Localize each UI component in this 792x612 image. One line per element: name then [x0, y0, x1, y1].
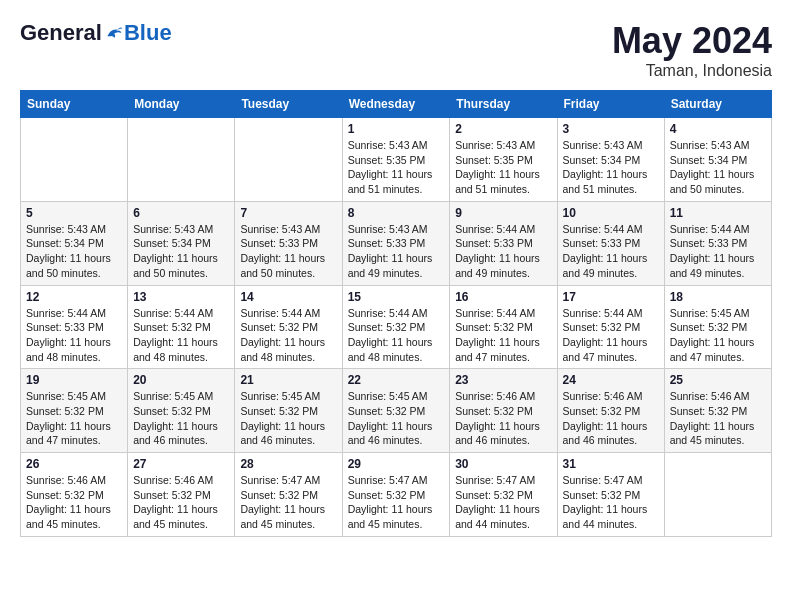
day-info: Sunrise: 5:44 AMSunset: 5:32 PMDaylight:…	[455, 306, 551, 365]
calendar-week-row: 26Sunrise: 5:46 AMSunset: 5:32 PMDayligh…	[21, 453, 772, 537]
day-info: Sunrise: 5:44 AMSunset: 5:32 PMDaylight:…	[133, 306, 229, 365]
day-number: 31	[563, 457, 659, 471]
calendar-cell: 27Sunrise: 5:46 AMSunset: 5:32 PMDayligh…	[128, 453, 235, 537]
day-number: 20	[133, 373, 229, 387]
calendar-cell: 26Sunrise: 5:46 AMSunset: 5:32 PMDayligh…	[21, 453, 128, 537]
calendar-cell: 18Sunrise: 5:45 AMSunset: 5:32 PMDayligh…	[664, 285, 771, 369]
calendar-cell: 6Sunrise: 5:43 AMSunset: 5:34 PMDaylight…	[128, 201, 235, 285]
weekday-header-row: SundayMondayTuesdayWednesdayThursdayFrid…	[21, 91, 772, 118]
weekday-header-wednesday: Wednesday	[342, 91, 450, 118]
day-number: 15	[348, 290, 445, 304]
calendar-cell: 2Sunrise: 5:43 AMSunset: 5:35 PMDaylight…	[450, 118, 557, 202]
day-number: 6	[133, 206, 229, 220]
calendar-cell: 24Sunrise: 5:46 AMSunset: 5:32 PMDayligh…	[557, 369, 664, 453]
day-number: 13	[133, 290, 229, 304]
calendar-cell: 12Sunrise: 5:44 AMSunset: 5:33 PMDayligh…	[21, 285, 128, 369]
day-number: 14	[240, 290, 336, 304]
calendar-cell: 5Sunrise: 5:43 AMSunset: 5:34 PMDaylight…	[21, 201, 128, 285]
day-number: 3	[563, 122, 659, 136]
day-info: Sunrise: 5:47 AMSunset: 5:32 PMDaylight:…	[455, 473, 551, 532]
day-number: 5	[26, 206, 122, 220]
day-info: Sunrise: 5:43 AMSunset: 5:33 PMDaylight:…	[240, 222, 336, 281]
calendar-week-row: 12Sunrise: 5:44 AMSunset: 5:33 PMDayligh…	[21, 285, 772, 369]
calendar-week-row: 19Sunrise: 5:45 AMSunset: 5:32 PMDayligh…	[21, 369, 772, 453]
day-info: Sunrise: 5:44 AMSunset: 5:33 PMDaylight:…	[455, 222, 551, 281]
month-title: May 2024	[612, 20, 772, 62]
calendar-cell	[128, 118, 235, 202]
day-number: 16	[455, 290, 551, 304]
day-number: 10	[563, 206, 659, 220]
calendar-cell: 7Sunrise: 5:43 AMSunset: 5:33 PMDaylight…	[235, 201, 342, 285]
calendar-cell	[235, 118, 342, 202]
day-number: 26	[26, 457, 122, 471]
day-number: 19	[26, 373, 122, 387]
day-info: Sunrise: 5:47 AMSunset: 5:32 PMDaylight:…	[240, 473, 336, 532]
calendar-cell: 20Sunrise: 5:45 AMSunset: 5:32 PMDayligh…	[128, 369, 235, 453]
day-info: Sunrise: 5:45 AMSunset: 5:32 PMDaylight:…	[240, 389, 336, 448]
day-number: 7	[240, 206, 336, 220]
title-block: May 2024 Taman, Indonesia	[612, 20, 772, 80]
day-info: Sunrise: 5:46 AMSunset: 5:32 PMDaylight:…	[670, 389, 766, 448]
day-number: 8	[348, 206, 445, 220]
weekday-header-sunday: Sunday	[21, 91, 128, 118]
calendar-cell: 31Sunrise: 5:47 AMSunset: 5:32 PMDayligh…	[557, 453, 664, 537]
calendar-cell: 9Sunrise: 5:44 AMSunset: 5:33 PMDaylight…	[450, 201, 557, 285]
weekday-header-thursday: Thursday	[450, 91, 557, 118]
page-header: General Blue May 2024 Taman, Indonesia	[20, 20, 772, 80]
calendar-cell: 10Sunrise: 5:44 AMSunset: 5:33 PMDayligh…	[557, 201, 664, 285]
day-info: Sunrise: 5:45 AMSunset: 5:32 PMDaylight:…	[26, 389, 122, 448]
logo-blue: Blue	[124, 20, 172, 46]
day-number: 27	[133, 457, 229, 471]
day-number: 29	[348, 457, 445, 471]
calendar-cell: 4Sunrise: 5:43 AMSunset: 5:34 PMDaylight…	[664, 118, 771, 202]
day-number: 24	[563, 373, 659, 387]
day-info: Sunrise: 5:43 AMSunset: 5:35 PMDaylight:…	[455, 138, 551, 197]
day-info: Sunrise: 5:44 AMSunset: 5:32 PMDaylight:…	[348, 306, 445, 365]
day-info: Sunrise: 5:44 AMSunset: 5:33 PMDaylight:…	[670, 222, 766, 281]
calendar-cell: 8Sunrise: 5:43 AMSunset: 5:33 PMDaylight…	[342, 201, 450, 285]
day-info: Sunrise: 5:44 AMSunset: 5:33 PMDaylight:…	[563, 222, 659, 281]
calendar-cell: 29Sunrise: 5:47 AMSunset: 5:32 PMDayligh…	[342, 453, 450, 537]
day-number: 4	[670, 122, 766, 136]
weekday-header-friday: Friday	[557, 91, 664, 118]
day-number: 22	[348, 373, 445, 387]
calendar-cell	[21, 118, 128, 202]
calendar-cell: 17Sunrise: 5:44 AMSunset: 5:32 PMDayligh…	[557, 285, 664, 369]
calendar-cell: 30Sunrise: 5:47 AMSunset: 5:32 PMDayligh…	[450, 453, 557, 537]
day-number: 23	[455, 373, 551, 387]
day-info: Sunrise: 5:47 AMSunset: 5:32 PMDaylight:…	[348, 473, 445, 532]
logo-general: General	[20, 20, 102, 46]
day-info: Sunrise: 5:45 AMSunset: 5:32 PMDaylight:…	[670, 306, 766, 365]
day-info: Sunrise: 5:46 AMSunset: 5:32 PMDaylight:…	[133, 473, 229, 532]
calendar-cell: 19Sunrise: 5:45 AMSunset: 5:32 PMDayligh…	[21, 369, 128, 453]
calendar-cell: 13Sunrise: 5:44 AMSunset: 5:32 PMDayligh…	[128, 285, 235, 369]
day-info: Sunrise: 5:43 AMSunset: 5:33 PMDaylight:…	[348, 222, 445, 281]
day-info: Sunrise: 5:43 AMSunset: 5:34 PMDaylight:…	[563, 138, 659, 197]
weekday-header-monday: Monday	[128, 91, 235, 118]
day-number: 12	[26, 290, 122, 304]
day-info: Sunrise: 5:43 AMSunset: 5:34 PMDaylight:…	[26, 222, 122, 281]
day-number: 2	[455, 122, 551, 136]
day-info: Sunrise: 5:43 AMSunset: 5:35 PMDaylight:…	[348, 138, 445, 197]
calendar-cell: 25Sunrise: 5:46 AMSunset: 5:32 PMDayligh…	[664, 369, 771, 453]
day-number: 30	[455, 457, 551, 471]
day-number: 1	[348, 122, 445, 136]
location-title: Taman, Indonesia	[612, 62, 772, 80]
calendar-week-row: 5Sunrise: 5:43 AMSunset: 5:34 PMDaylight…	[21, 201, 772, 285]
day-info: Sunrise: 5:43 AMSunset: 5:34 PMDaylight:…	[133, 222, 229, 281]
calendar-table: SundayMondayTuesdayWednesdayThursdayFrid…	[20, 90, 772, 537]
calendar-cell: 14Sunrise: 5:44 AMSunset: 5:32 PMDayligh…	[235, 285, 342, 369]
calendar-cell: 11Sunrise: 5:44 AMSunset: 5:33 PMDayligh…	[664, 201, 771, 285]
weekday-header-tuesday: Tuesday	[235, 91, 342, 118]
calendar-cell: 28Sunrise: 5:47 AMSunset: 5:32 PMDayligh…	[235, 453, 342, 537]
day-number: 21	[240, 373, 336, 387]
calendar-cell: 21Sunrise: 5:45 AMSunset: 5:32 PMDayligh…	[235, 369, 342, 453]
calendar-cell: 1Sunrise: 5:43 AMSunset: 5:35 PMDaylight…	[342, 118, 450, 202]
day-info: Sunrise: 5:45 AMSunset: 5:32 PMDaylight:…	[348, 389, 445, 448]
weekday-header-saturday: Saturday	[664, 91, 771, 118]
day-info: Sunrise: 5:46 AMSunset: 5:32 PMDaylight:…	[455, 389, 551, 448]
logo-bird-icon	[104, 23, 124, 43]
day-number: 28	[240, 457, 336, 471]
day-number: 11	[670, 206, 766, 220]
calendar-cell: 22Sunrise: 5:45 AMSunset: 5:32 PMDayligh…	[342, 369, 450, 453]
